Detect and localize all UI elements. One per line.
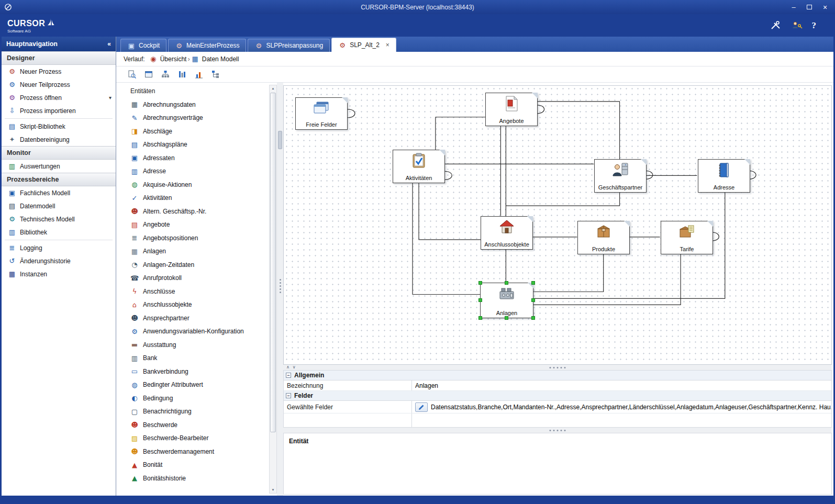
hierarchy-icon[interactable]: [159, 68, 172, 81]
selection-handle[interactable]: [531, 281, 535, 285]
selection-handle[interactable]: [478, 281, 482, 285]
sidebar-item-nderungshistorie[interactable]: ↺Änderungshistorie: [2, 254, 116, 267]
entity-item-beschwerde-bearbeiter[interactable]: ▨Beschwerde-Bearbeiter: [119, 432, 268, 445]
sidebar-item-auswertungen[interactable]: ▥Auswertungen: [2, 160, 116, 173]
splitter-grip[interactable]: [550, 367, 566, 368]
chart-icon[interactable]: [193, 68, 205, 81]
entity-item-ausstattung[interactable]: ▬Ausstattung: [119, 338, 268, 352]
entity-item-anrufprotokoll[interactable]: ☎Anrufprotokoll: [119, 272, 268, 285]
entity-item-altern-gesch-ftsp-nr[interactable]: ☻Altern. Geschäftsp.-Nr.: [119, 205, 268, 218]
sidebar-item-neuer-teilprozess[interactable]: ⚙Neuer Teilprozess: [2, 78, 116, 91]
collapse-group-icon[interactable]: −: [286, 373, 291, 378]
entity-item-anlagen[interactable]: ▦Anlagen: [119, 245, 268, 259]
close-tab-icon[interactable]: ×: [386, 41, 389, 49]
scrollbar-track[interactable]: [270, 92, 276, 487]
selection-handle[interactable]: [478, 298, 482, 302]
sidebar-item-neuer-prozess[interactable]: ⚙Neuer Prozess: [2, 65, 116, 78]
selection-handle[interactable]: [505, 316, 508, 320]
sidebar-item-prozess-ffnen[interactable]: ⚙Prozess öffnen▾: [2, 91, 116, 104]
selection-handle[interactable]: [478, 316, 482, 320]
entity-item-beschwerdemanagement[interactable]: ☻Beschwerdemanagement: [119, 445, 268, 458]
scroll-up-icon[interactable]: ▲: [272, 85, 275, 92]
property-value[interactable]: Datensatzstatus,Branche,Ort,Mandanten-Nr…: [412, 401, 831, 413]
entity-item-abschl-ge[interactable]: ◨Abschläge: [119, 125, 268, 138]
sidebar-item-instanzen[interactable]: ▦Instanzen: [2, 267, 116, 281]
tab-slppreisanpassung[interactable]: ⚙SLPPreisanpassung: [248, 39, 330, 52]
selection-handle[interactable]: [505, 281, 508, 285]
selection-handle[interactable]: [531, 316, 535, 320]
entity-item-anschl-sse[interactable]: ϟAnschlüsse: [119, 285, 268, 298]
splitter-grip[interactable]: [550, 430, 566, 431]
sidebar-item-fachliches-modell[interactable]: ▣Fachliches Modell: [2, 186, 116, 199]
sidebar-item-skript-bibliothek[interactable]: ▤Skript-Bibliothek: [2, 120, 116, 133]
chevron-down-icon[interactable]: ▾: [109, 95, 112, 100]
entity-item-bank[interactable]: ▥Bank: [119, 352, 268, 365]
window-icon[interactable]: [142, 68, 155, 81]
collapse-group-icon[interactable]: −: [286, 393, 291, 398]
entity-item-anschlussobjekte[interactable]: ⌂Anschlussobjekte: [119, 298, 268, 312]
entity-scrollbar[interactable]: ▲ ▼: [269, 85, 277, 494]
tools-icon[interactable]: [770, 21, 782, 30]
columns-icon[interactable]: [176, 68, 188, 81]
splitter-grip[interactable]: [277, 279, 283, 293]
sidebar-item-datenbereinigung[interactable]: ✦Datenbereinigung: [2, 133, 116, 146]
diagram-node-freie-felder[interactable]: Freie Felder: [295, 97, 348, 130]
entity-item-ansprechpartner[interactable]: ☻Ansprechpartner: [119, 311, 268, 325]
entity-item-adressaten[interactable]: ▣Adressaten: [119, 151, 268, 165]
property-row-gew-hlte-felder[interactable]: Gewählte FelderDatensatzstatus,Branche,O…: [284, 401, 831, 413]
diagram-node-anlagen[interactable]: Anlagen: [480, 283, 533, 318]
canvas-vscroll-thumb[interactable]: [278, 131, 282, 149]
property-value[interactable]: Anlagen: [412, 380, 831, 390]
help-button[interactable]: ?: [812, 20, 817, 31]
entity-item-anlagen-zeitdaten[interactable]: ◔Anlagen-Zeitdaten: [119, 258, 268, 272]
sidebar-item-technisches-modell[interactable]: ⚙Technisches Modell: [2, 212, 116, 226]
preview-icon[interactable]: [126, 68, 138, 81]
section-header-monitor[interactable]: Monitor: [2, 146, 116, 160]
user-admin-icon[interactable]: [791, 21, 803, 30]
entity-item-anwendungsvariablen-konfiguration[interactable]: ⚙Anwendungsvariablen-Konfiguration: [119, 325, 268, 339]
sidebar-item-prozess-importieren[interactable]: ⇩Prozess importieren: [2, 104, 116, 117]
entity-item-angebotspositionen[interactable]: ≣Angebotspositionen: [119, 231, 268, 245]
breadcrumb-item-bersicht[interactable]: ◉Übersicht: [149, 55, 187, 63]
entity-item-angebote[interactable]: ▤Angebote: [119, 218, 268, 232]
entity-item-benachrichtigung[interactable]: ▢Benachrichtigung: [119, 405, 268, 419]
splitter-down-icon[interactable]: ∨: [293, 365, 296, 369]
section-header-designer[interactable]: Designer: [2, 51, 116, 65]
entity-item-bankverbindung[interactable]: ▭Bankverbindung: [119, 365, 268, 378]
horizontal-splitter-top[interactable]: ∧ ∨: [283, 365, 832, 370]
entity-item-beschwerde[interactable]: ☻Beschwerde: [119, 418, 268, 432]
tab-cockpit[interactable]: ▣Cockpit: [120, 39, 166, 52]
diagram-node-produkte[interactable]: Produkte: [577, 221, 630, 254]
entity-item-bedingung[interactable]: ◐Bedingung: [119, 391, 268, 405]
diagram-node-aktivitaeten[interactable]: Aktivitäten: [393, 150, 445, 183]
property-group-allgemein[interactable]: −Allgemein: [284, 371, 831, 380]
breadcrumb-item-daten-modell[interactable]: ▦Daten Modell: [191, 55, 239, 63]
diagram-canvas[interactable]: Freie FelderAngeboteAktivitätenGeschäfts…: [283, 85, 832, 365]
sidebar-title[interactable]: Hauptnavigation «: [2, 37, 116, 51]
tree-layout-icon[interactable]: [209, 68, 222, 81]
tab-slp-alt-2[interactable]: ⚙SLP_Alt_2×: [331, 38, 396, 52]
entity-item-aktivit-ten[interactable]: ✓Aktivitäten: [119, 192, 268, 205]
property-row-bezeichnung[interactable]: BezeichnungAnlagen: [284, 380, 831, 391]
entity-item-abrechnungsdaten[interactable]: ▦Abrechnungsdaten: [119, 98, 268, 111]
collapse-sidebar-icon[interactable]: «: [107, 40, 111, 48]
sidebar-item-bibliothek[interactable]: ▥Bibliothek: [2, 226, 116, 239]
entity-item-bonit-t[interactable]: ▲Bonität: [119, 458, 268, 472]
diagram-node-geschaeftspartner[interactable]: Geschäftspartner: [594, 159, 647, 193]
splitter-arrows[interactable]: ∧ ∨: [286, 365, 296, 369]
diagram-node-adresse[interactable]: Adresse: [698, 159, 750, 193]
scroll-down-icon[interactable]: ▼: [272, 487, 275, 493]
entity-item-akquise-aktionen[interactable]: ◍Akquise-Aktionen: [119, 178, 268, 192]
diagram-node-tarife[interactable]: Tarife: [661, 221, 713, 254]
vertical-splitter[interactable]: [277, 83, 283, 496]
sidebar-item-datenmodell[interactable]: ▤Datenmodell: [2, 199, 116, 212]
entity-item-bedingter-attributwert[interactable]: ◍Bedingter Attributwert: [119, 378, 268, 392]
sidebar-item-logging[interactable]: ≣Logging: [2, 241, 116, 254]
selection-handle[interactable]: [531, 298, 535, 302]
close-button[interactable]: ×: [817, 2, 833, 13]
diagram-node-angebote[interactable]: Angebote: [485, 93, 538, 126]
maximize-button[interactable]: [801, 2, 817, 13]
entity-item-abrechnungsvertr-ge[interactable]: ✎Abrechnungsverträge: [119, 111, 268, 125]
minimize-button[interactable]: –: [786, 2, 801, 13]
scrollbar-thumb[interactable]: [270, 93, 276, 432]
